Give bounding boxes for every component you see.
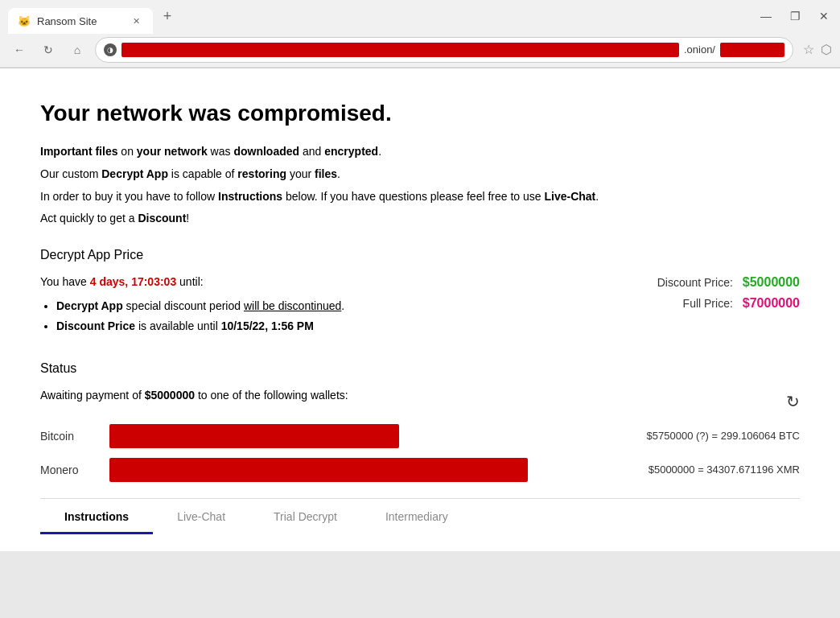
timer-pre: You have (40, 275, 87, 288)
bullet-1: Decrypt App special discount period will… (56, 296, 623, 316)
full-price-row: Full Price: $7000000 (623, 296, 800, 311)
intro-line-3: In order to buy it you have to follow In… (40, 187, 800, 207)
tab-close-button[interactable]: ✕ (129, 14, 143, 28)
awaiting-row: Awaiting payment of $5000000 to one of t… (40, 389, 800, 414)
tab-live-chat[interactable]: Live-Chat (153, 499, 249, 534)
discount-price-row: Discount Price: $5000000 (623, 275, 800, 290)
home-button[interactable]: ⌂ (66, 39, 89, 61)
bitcoin-label: Bitcoin (40, 430, 97, 443)
status-section: Status Awaiting payment of $5000000 to o… (40, 361, 800, 482)
window-controls: — ❐ ✕ (758, 10, 832, 23)
discount-bullets: Decrypt App special discount period will… (40, 296, 623, 336)
bottom-tabs: Instructions Live-Chat Trial Decrypt Int… (40, 498, 800, 534)
maximize-button[interactable]: ❐ (787, 10, 803, 23)
timer-value: 4 days, 17:03:03 (90, 275, 176, 288)
price-left: You have 4 days, 17:03:03 until: Decrypt… (40, 275, 623, 336)
intro-line-4: Act quickly to get a Discount! (40, 209, 800, 229)
monero-label: Monero (40, 464, 97, 476)
title-bar: 🐱 Ransom Site ✕ + — ❐ ✕ (0, 0, 840, 32)
minimize-button[interactable]: — (758, 10, 774, 23)
decrypt-section-title: Decrypt App Price (40, 248, 800, 262)
main-heading: Your network was compromised. (40, 101, 800, 126)
close-button[interactable]: ✕ (816, 10, 832, 23)
address-bar[interactable]: ◑ .onion/ (95, 37, 793, 63)
toolbar: ← ↻ ⌂ ◑ .onion/ ☆ ⬡ (0, 32, 840, 68)
instructions-bold: Instructions (218, 190, 282, 203)
status-header: Status (40, 361, 800, 376)
monero-amount: $5000000 = 34307.671196 XMR (649, 464, 800, 476)
bitcoin-amount: $5750000 (?) = 299.106064 BTC (647, 430, 800, 442)
bullet-2: Discount Price is available until 10/15/… (56, 316, 623, 336)
discount-label: Discount Price: (657, 276, 733, 289)
price-right: Discount Price: $5000000 Full Price: $70… (623, 275, 800, 317)
intro-line-1: Important files on your network was down… (40, 142, 800, 162)
your-network-bold: your network (137, 145, 208, 158)
encrypted-bold: encrypted (324, 145, 378, 158)
live-chat-bold: Live-Chat (544, 190, 595, 203)
address-onion-text: .onion/ (684, 43, 715, 56)
browser-tab[interactable]: 🐱 Ransom Site ✕ (8, 8, 153, 34)
discontinued-link: will be discontinued (244, 299, 341, 312)
back-button[interactable]: ← (8, 39, 31, 61)
tab-title: Ransom Site (37, 15, 97, 27)
tab-intermediary[interactable]: Intermediary (361, 499, 472, 534)
address-redacted-1 (121, 43, 679, 57)
intro-text: Important files on your network was down… (40, 142, 800, 229)
restoring-bold: restoring (237, 167, 286, 180)
timer-line: You have 4 days, 17:03:03 until: (40, 275, 623, 288)
bookmark-button[interactable]: ☆ (803, 42, 814, 57)
tor-icon: ◑ (104, 43, 117, 56)
decrypt-app-bold-1: Decrypt App (101, 167, 168, 180)
important-files-bold: Important files (40, 145, 117, 158)
intro-line-2: Our custom Decrypt App is capable of res… (40, 165, 800, 184)
date-bold: 10/15/22, 1:56 PM (221, 319, 314, 332)
discount-price-bold: Discount Price (56, 319, 135, 332)
browser-chrome: 🐱 Ransom Site ✕ + — ❐ ✕ ← ↻ ⌂ ◑ .onion/ … (0, 0, 840, 68)
decrypt-section: Decrypt App Price You have 4 days, 17:03… (40, 248, 800, 336)
new-tab-button[interactable]: + (156, 5, 179, 27)
address-redacted-2 (720, 43, 784, 57)
discount-bold: Discount (138, 212, 186, 225)
awaiting-pre: Awaiting payment of (40, 389, 142, 402)
tab-favicon: 🐱 (18, 14, 31, 27)
timer-post: until: (179, 275, 204, 288)
page-content: Your network was compromised. Important … (0, 68, 840, 551)
tab-instructions[interactable]: Instructions (40, 499, 153, 534)
extensions-button[interactable]: ⬡ (821, 42, 832, 57)
full-price-value: $7000000 (743, 296, 800, 311)
bitcoin-wallet-row: Bitcoin $5750000 (?) = 299.106064 BTC (40, 424, 800, 448)
decrypt-app-bold-2: Decrypt App (56, 299, 123, 312)
bitcoin-address-bar[interactable] (109, 424, 399, 448)
awaiting-text: Awaiting payment of $5000000 to one of t… (40, 389, 348, 402)
refresh-button[interactable]: ↻ (786, 392, 800, 411)
price-section: You have 4 days, 17:03:03 until: Decrypt… (40, 275, 800, 336)
monero-address-bar[interactable] (109, 458, 528, 482)
reload-button[interactable]: ↻ (37, 39, 60, 61)
awaiting-post: to one of the following wallets: (198, 389, 348, 402)
monero-wallet-row: Monero $5000000 = 34307.671196 XMR (40, 458, 800, 482)
files-bold: files (315, 167, 337, 180)
downloaded-bold: downloaded (233, 145, 299, 158)
tab-trial-decrypt[interactable]: Trial Decrypt (249, 499, 361, 534)
status-title: Status (40, 361, 76, 376)
discount-value: $5000000 (743, 275, 800, 290)
full-price-label: Full Price: (683, 297, 733, 310)
awaiting-amount: $5000000 (145, 389, 195, 402)
